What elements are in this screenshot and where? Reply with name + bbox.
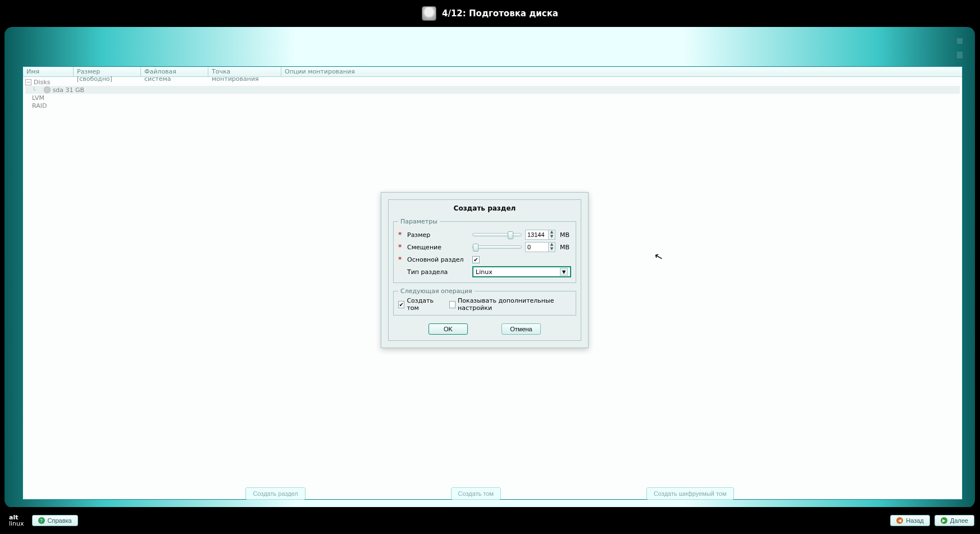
tree-label: LVM	[32, 94, 44, 102]
next-button[interactable]: ► Далее	[935, 515, 974, 526]
type-value: Linux	[476, 268, 493, 276]
slider-thumb-icon[interactable]	[473, 244, 478, 252]
type-select[interactable]: Linux ▼	[472, 266, 571, 277]
required-icon: *	[398, 255, 404, 263]
tree-label: Disks	[34, 79, 50, 86]
col-name[interactable]: Имя	[23, 67, 74, 76]
tree-node-sda[interactable]: └ sda 31 GB	[25, 86, 960, 94]
required-icon: *	[398, 243, 404, 251]
show-advanced-label: Показывать дополнительные настройки	[458, 297, 571, 312]
spinner-buttons[interactable]: ▲▼	[549, 242, 555, 252]
offset-unit: MB	[560, 244, 571, 251]
size-slider[interactable]	[472, 233, 522, 236]
help-button[interactable]: ? Справка	[32, 515, 78, 526]
primary-checkbox[interactable]: ✔	[472, 256, 480, 263]
size-spinbox[interactable]: ▲▼	[525, 230, 555, 240]
next-op-fieldset: Следующая операция ✔ Создать том Показыв…	[393, 287, 576, 316]
panel-actions: Создать раздел Создать том Создать шифру…	[4, 487, 975, 500]
cancel-button[interactable]: Отмена	[502, 323, 541, 335]
tree-node-lvm[interactable]: LVM	[25, 94, 960, 102]
spinner-buttons[interactable]: ▲▼	[549, 230, 555, 240]
next-label: Далее	[950, 517, 968, 524]
next-op-legend: Следующая операция	[398, 287, 475, 295]
alt-linux-logo: altlinux	[6, 512, 28, 529]
col-fs[interactable]: Файловая система	[141, 67, 208, 76]
col-size[interactable]: Размер [свободно]	[74, 67, 141, 76]
dialog-title: Создать раздел	[389, 200, 581, 216]
col-mount[interactable]: Точка монтирования	[208, 67, 281, 76]
primary-label: Основной раздел	[407, 256, 469, 263]
create-volume-label: Создать том	[407, 297, 441, 312]
forward-icon: ►	[941, 517, 947, 524]
create-partition-button[interactable]: Создать раздел	[245, 487, 305, 500]
disk-icon	[422, 6, 436, 21]
back-icon: ◄	[896, 517, 903, 524]
slider-thumb-icon[interactable]	[508, 231, 513, 239]
create-volume-button[interactable]: Создать том	[451, 487, 501, 500]
size-input[interactable]	[525, 230, 549, 240]
harddisk-icon	[44, 86, 51, 93]
size-unit: MB	[560, 231, 571, 239]
back-button[interactable]: ◄ Назад	[890, 515, 930, 526]
table-header: Имя Размер [свободно] Файловая система Т…	[23, 67, 962, 77]
params-legend: Параметры	[398, 218, 440, 225]
type-label: Тип раздела	[407, 268, 469, 276]
back-label: Назад	[906, 517, 924, 524]
size-label: Размер	[407, 231, 469, 239]
create-partition-dialog: Создать раздел Параметры * Размер ▲▼ MB …	[381, 192, 589, 348]
required-icon: *	[398, 231, 404, 239]
chevron-down-icon[interactable]: ▼	[549, 235, 555, 239]
tree-node-raid[interactable]: RAID	[25, 102, 960, 109]
tree-label: RAID	[32, 102, 47, 109]
footer-bar: altlinux ? Справка ◄ Назад ► Далее	[0, 507, 980, 534]
create-encrypted-button[interactable]: Создать шифруемый том	[646, 487, 734, 500]
page-title: 4/12: Подготовка диска	[442, 8, 558, 19]
offset-spinbox[interactable]: ▲▼	[525, 242, 555, 252]
tree-label: sda 31 GB	[53, 86, 85, 94]
params-fieldset: Параметры * Размер ▲▼ MB * Смещение	[393, 218, 576, 283]
show-advanced-checkbox[interactable]	[449, 301, 455, 308]
offset-label: Смещение	[407, 244, 469, 251]
offset-slider[interactable]	[472, 245, 522, 249]
tree-branch-icon: └	[32, 86, 36, 94]
chevron-down-icon[interactable]: ▼	[549, 247, 555, 252]
create-volume-checkbox[interactable]: ✔	[398, 301, 404, 308]
chevron-down-icon[interactable]: ▼	[560, 268, 568, 276]
help-label: Справка	[48, 517, 72, 524]
titlebar: 4/12: Подготовка диска	[0, 0, 980, 27]
help-icon: ?	[38, 517, 45, 524]
offset-input[interactable]	[525, 242, 549, 252]
collapse-icon[interactable]: −	[25, 79, 31, 85]
ok-button[interactable]: OK	[429, 323, 468, 335]
col-opts[interactable]: Опции монтирования	[281, 67, 962, 76]
